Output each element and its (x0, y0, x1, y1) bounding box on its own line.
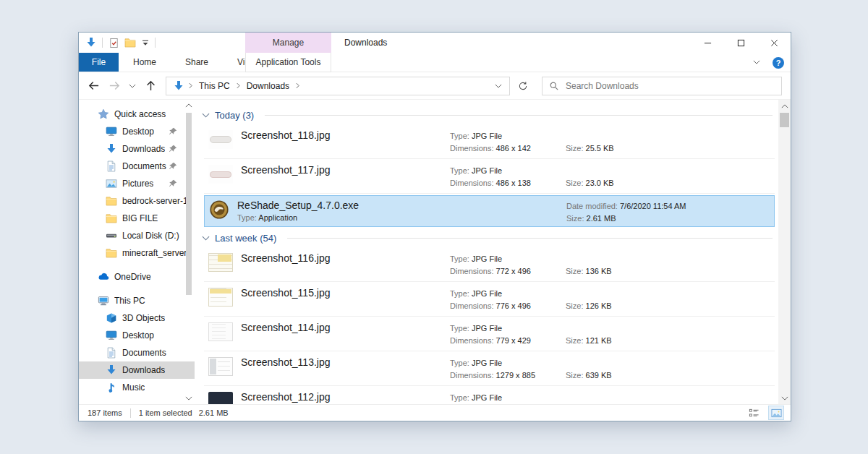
file-thumbnail (208, 288, 233, 307)
sidebar-item-this-pc[interactable]: This PC (79, 292, 195, 309)
chevron-right-icon[interactable] (294, 82, 301, 89)
customize-qat-dropdown-icon[interactable] (141, 39, 150, 46)
breadcrumb-this-pc[interactable]: This PC (195, 81, 234, 91)
file-name: Screenshot_116.jpg (241, 252, 331, 265)
document-icon (106, 160, 117, 172)
up-button[interactable] (142, 77, 159, 95)
pin-icon (169, 179, 177, 188)
address-bar[interactable]: This PC Downloads (166, 77, 510, 95)
tab-application-tools[interactable]: Application Tools (245, 53, 331, 72)
tab-file[interactable]: File (79, 53, 119, 72)
forward-button[interactable] (106, 77, 123, 95)
sidebar-scrollbar[interactable] (184, 101, 193, 403)
address-dropdown-icon[interactable] (492, 84, 505, 88)
sidebar-item-documents[interactable]: Documents (79, 344, 195, 361)
refresh-icon[interactable] (514, 77, 532, 95)
file-meta-right: Size: 136 KB (566, 253, 612, 278)
file-meta-right: Size: 23.0 KB (566, 165, 614, 189)
breadcrumb-downloads[interactable]: Downloads (242, 81, 294, 91)
file-meta-left: Type: JPG File Dimensions: 772 x 496 (450, 253, 531, 278)
file-list-scrollbar[interactable] (778, 100, 791, 404)
sidebar-item-desktop[interactable]: Desktop (79, 327, 195, 344)
file-meta-right: Size: 25.5 KB (566, 130, 614, 155)
file-meta-right: Size: 121 KB (566, 322, 612, 347)
scrollbar-thumb[interactable] (780, 113, 789, 127)
details-view-icon[interactable] (746, 406, 761, 419)
sidebar-item-local-disk-d-[interactable]: Local Disk (D:) (79, 227, 195, 244)
scroll-up-icon[interactable] (184, 101, 193, 110)
pc-icon (98, 295, 109, 307)
chevron-right-icon (187, 82, 194, 89)
music-icon (106, 382, 117, 393)
cube-icon (106, 312, 117, 324)
chevron-down-icon (202, 236, 210, 241)
file-meta-left: Type: JPG File Dimensions: 1279 x 885 (450, 357, 535, 382)
cloud-icon (98, 271, 109, 283)
sidebar-item-pictures[interactable]: Pictures (79, 175, 195, 192)
file-type-inline: Type: Application (237, 212, 359, 223)
title-bar: Manage Downloads (79, 33, 791, 53)
thumbnails-view-icon[interactable] (769, 406, 783, 419)
chevron-right-icon[interactable] (235, 82, 242, 89)
collapse-ribbon-icon[interactable] (753, 60, 762, 66)
sidebar-item-downloads[interactable]: Downloads (79, 361, 195, 379)
sidebar-item-big-file[interactable]: BIG FILE (79, 210, 195, 227)
new-folder-icon[interactable] (124, 37, 136, 48)
maximize-button[interactable] (724, 33, 757, 53)
file-row[interactable]: Screenshot_118.jpg Type: JPG File Dimens… (204, 124, 775, 159)
sidebar-item-quick-access[interactable]: Quick access (79, 106, 195, 123)
file-row[interactable]: Screenshot_114.jpg Type: JPG File Dimens… (204, 317, 775, 351)
properties-icon[interactable] (108, 37, 119, 48)
window-title: Downloads (344, 33, 387, 53)
group-header[interactable]: Today (3) (195, 106, 778, 124)
recent-locations-icon[interactable] (127, 77, 138, 95)
scroll-down-icon[interactable] (778, 393, 791, 403)
back-button[interactable] (85, 77, 102, 95)
sidebar-item-music[interactable]: Music (79, 379, 195, 396)
status-bar: 187 items 1 item selected 2.61 MB (79, 404, 791, 421)
file-thumbnail (208, 253, 233, 272)
file-row[interactable]: Screenshot_113.jpg Type: JPG File Dimens… (204, 351, 775, 386)
file-row[interactable]: Screenshot_112.jpg Type: JPG File (204, 386, 775, 404)
file-name: Screenshot_115.jpg (241, 287, 331, 299)
sidebar-item-bedrock-server-1[interactable]: bedrock-server-1 (79, 192, 195, 210)
close-button[interactable] (757, 33, 791, 53)
pin-icon (169, 162, 177, 171)
file-list: Today (3) Screenshot_118.jpg Type: JPG F… (195, 100, 778, 404)
sidebar-item-documents[interactable]: Documents (79, 158, 195, 175)
file-thumbnail (208, 322, 233, 341)
minimize-button[interactable] (691, 33, 724, 53)
downloads-folder-icon (85, 37, 97, 48)
file-row[interactable]: Screenshot_117.jpg Type: JPG File Dimens… (204, 159, 775, 194)
file-row[interactable]: ReShade_Setup_4.7.0.exe Type: Applicatio… (204, 195, 775, 227)
desktop-icon (106, 126, 117, 137)
navigation-pane: Quick access Desktop Downloads Documents… (79, 100, 195, 404)
scroll-up-icon[interactable] (778, 100, 791, 111)
help-icon[interactable]: ? (773, 57, 784, 69)
sidebar-item-minecraft-server[interactable]: minecraft_server (79, 244, 195, 262)
scroll-down-icon[interactable] (184, 394, 193, 403)
sidebar-item-onedrive[interactable]: OneDrive (79, 268, 195, 286)
scrollbar-thumb[interactable] (186, 113, 192, 295)
selection-size: 2.61 MB (199, 408, 229, 417)
downloads-folder-icon (173, 80, 184, 92)
sidebar-item-desktop[interactable]: Desktop (79, 123, 195, 140)
file-row[interactable]: Screenshot_115.jpg Type: JPG File Dimens… (204, 282, 775, 317)
file-meta-right: Size: 126 KB (566, 288, 612, 312)
search-icon (549, 81, 559, 91)
sidebar-item-downloads[interactable]: Downloads (79, 140, 195, 158)
tab-home[interactable]: Home (119, 53, 171, 72)
contextual-tab-group-manage: Manage (245, 33, 331, 53)
sidebar-list: Quick access Desktop Downloads Documents… (79, 106, 195, 396)
file-meta-right: Date modified: 7/6/2020 11:54 AM Size: 2… (566, 200, 686, 225)
tab-share[interactable]: Share (171, 53, 223, 72)
file-name: Screenshot_117.jpg (241, 164, 331, 176)
file-row[interactable]: Screenshot_116.jpg Type: JPG File Dimens… (204, 247, 775, 282)
item-count: 187 items (88, 408, 122, 417)
search-input[interactable] (566, 81, 775, 91)
file-thumbnail (208, 130, 233, 149)
sidebar-item-3d-objects[interactable]: 3D Objects (79, 309, 195, 327)
file-thumbnail (208, 357, 233, 376)
search-box[interactable] (542, 77, 782, 95)
group-header[interactable]: Last week (54) (195, 228, 778, 247)
